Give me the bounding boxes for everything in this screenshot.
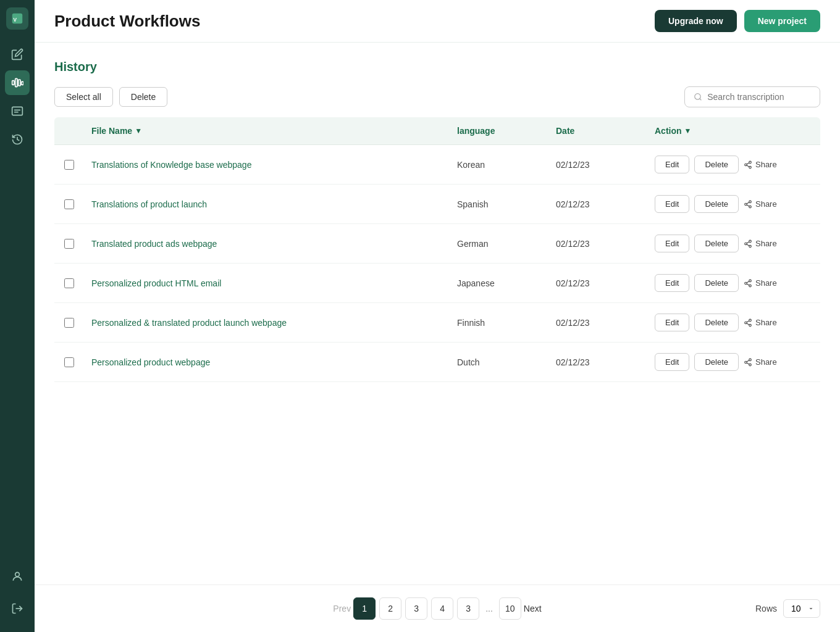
page-button-4[interactable]: 4 xyxy=(431,597,453,620)
edit-button-4[interactable]: Edit xyxy=(655,314,689,331)
delete-button[interactable]: Delete xyxy=(119,87,167,107)
sidebar-item-profile[interactable] xyxy=(5,564,30,589)
svg-point-18 xyxy=(749,201,752,203)
row-checkbox-4[interactable] xyxy=(54,309,84,336)
upgrade-button[interactable]: Upgrade now xyxy=(655,10,737,32)
share-button-1[interactable]: Share xyxy=(744,199,777,209)
sidebar-bottom xyxy=(5,564,30,625)
pagination: 1 2 3 4 3 ... 10 xyxy=(353,597,521,620)
checkbox-4[interactable] xyxy=(64,318,74,328)
share-icon xyxy=(744,200,752,209)
share-button-3[interactable]: Share xyxy=(744,278,777,288)
page-button-1[interactable]: 1 xyxy=(353,597,376,620)
page-title: Product Workflows xyxy=(54,12,200,31)
row-checkbox-0[interactable] xyxy=(54,151,84,178)
sidebar-item-caption[interactable] xyxy=(5,99,30,123)
svg-point-24 xyxy=(745,243,747,245)
checkbox-0[interactable] xyxy=(64,160,74,170)
row-date-3: 02/12/23 xyxy=(548,270,647,297)
row-filename-5: Personalized product webpage xyxy=(84,349,450,376)
edit-button-0[interactable]: Edit xyxy=(655,156,689,173)
share-icon xyxy=(744,358,752,367)
edit-button-1[interactable]: Edit xyxy=(655,195,689,213)
svg-point-14 xyxy=(745,164,747,166)
svg-line-22 xyxy=(747,202,749,203)
prev-label: Prev xyxy=(333,604,351,613)
svg-rect-6 xyxy=(12,107,23,115)
svg-line-42 xyxy=(747,360,749,361)
svg-point-11 xyxy=(695,94,700,99)
page-button-10[interactable]: 10 xyxy=(499,597,521,620)
svg-point-20 xyxy=(749,206,752,208)
sort-arrow-filename[interactable]: ▼ xyxy=(135,127,142,135)
next-button[interactable]: Next xyxy=(524,604,542,613)
svg-point-25 xyxy=(749,245,752,247)
sidebar-item-history[interactable] xyxy=(5,127,30,152)
delete-button-2[interactable]: Delete xyxy=(694,235,739,252)
page-button-5[interactable]: 3 xyxy=(457,597,479,620)
row-actions-5: Edit Delete Share xyxy=(647,344,820,380)
svg-line-21 xyxy=(747,204,749,206)
rows-label: Rows xyxy=(755,604,777,613)
page-button-2[interactable]: 2 xyxy=(379,597,401,620)
row-checkbox-1[interactable] xyxy=(54,191,84,218)
row-filename-3: Personalized product HTML email xyxy=(84,270,450,297)
delete-button-0[interactable]: Delete xyxy=(694,156,739,173)
select-all-button[interactable]: Select all xyxy=(54,87,113,107)
row-filename-0: Translations of Knowledge base webpage xyxy=(84,151,450,178)
sidebar: V xyxy=(0,0,35,632)
svg-point-13 xyxy=(749,161,752,164)
search-input[interactable] xyxy=(707,92,811,102)
row-checkbox-2[interactable] xyxy=(54,230,84,257)
checkbox-1[interactable] xyxy=(64,199,74,209)
row-language-1: Spanish xyxy=(450,191,548,218)
sidebar-item-logout[interactable] xyxy=(5,596,30,621)
edit-button-2[interactable]: Edit xyxy=(655,235,689,252)
sidebar-item-edit[interactable] xyxy=(5,42,30,67)
pagination-bar: Prev 1 2 3 4 3 ... 10 Next Rows 10 20 50 xyxy=(35,584,840,632)
row-language-0: Korean xyxy=(450,151,548,178)
delete-button-1[interactable]: Delete xyxy=(694,195,739,213)
share-button-4[interactable]: Share xyxy=(744,318,777,327)
col-language: language xyxy=(450,126,548,136)
rows-selector: Rows 10 20 50 xyxy=(755,599,820,618)
row-filename-4: Personalized & translated product launch… xyxy=(84,309,450,336)
delete-button-5[interactable]: Delete xyxy=(694,353,739,371)
share-icon xyxy=(744,160,752,169)
row-date-5: 02/12/23 xyxy=(548,349,647,376)
edit-button-5[interactable]: Edit xyxy=(655,353,689,371)
row-date-4: 02/12/23 xyxy=(548,309,647,336)
new-project-button[interactable]: New project xyxy=(744,10,820,32)
row-actions-4: Edit Delete Share xyxy=(647,305,820,340)
row-actions-3: Edit Delete Share xyxy=(647,265,820,301)
svg-line-26 xyxy=(747,244,749,245)
delete-button-3[interactable]: Delete xyxy=(694,274,739,292)
page-button-3[interactable]: 3 xyxy=(405,597,427,620)
row-date-0: 02/12/23 xyxy=(548,151,647,178)
sidebar-item-audio[interactable] xyxy=(5,70,30,95)
row-checkbox-3[interactable] xyxy=(54,270,84,297)
share-button-5[interactable]: Share xyxy=(744,357,777,367)
svg-point-19 xyxy=(745,203,747,206)
row-language-5: Dutch xyxy=(450,349,548,376)
delete-button-4[interactable]: Delete xyxy=(694,314,739,331)
rows-select[interactable]: 10 20 50 xyxy=(783,599,820,618)
checkbox-2[interactable] xyxy=(64,239,74,249)
svg-text:V: V xyxy=(14,17,17,23)
row-date-2: 02/12/23 xyxy=(548,230,647,257)
share-icon xyxy=(744,239,752,248)
main-content: Product Workflows Upgrade now New projec… xyxy=(35,0,840,632)
share-button-0[interactable]: Share xyxy=(744,160,777,169)
table-row: Translated product ads webpage German 02… xyxy=(54,224,820,264)
checkbox-5[interactable] xyxy=(64,357,74,367)
content-area: History Select all Delete File Name xyxy=(35,43,840,584)
section-title: History xyxy=(54,60,820,74)
logo[interactable]: V xyxy=(6,7,28,30)
row-checkbox-5[interactable] xyxy=(54,349,84,376)
share-button-2[interactable]: Share xyxy=(744,239,777,248)
checkbox-3[interactable] xyxy=(64,278,74,288)
header-actions: Upgrade now New project xyxy=(655,10,820,32)
sort-arrow-action[interactable]: ▼ xyxy=(684,127,692,135)
svg-point-29 xyxy=(745,282,747,285)
edit-button-3[interactable]: Edit xyxy=(655,274,689,292)
